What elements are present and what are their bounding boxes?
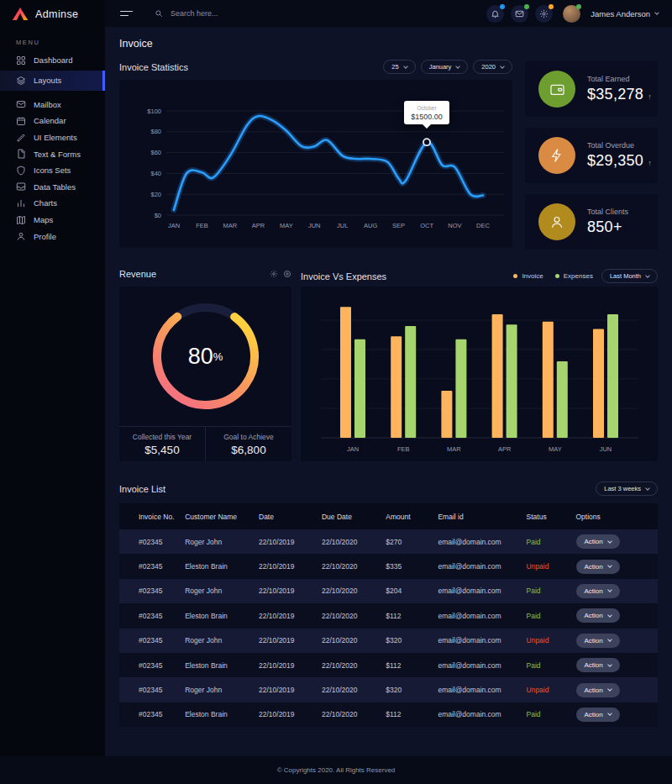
sidebar-item-mailbox[interactable]: Mailbox — [0, 97, 105, 113]
sidebar-item-label: Text & Forms — [34, 150, 81, 159]
card-value: $35,278 — [587, 86, 643, 103]
svg-text:$100: $100 — [147, 108, 161, 115]
action-button[interactable]: Action — [576, 683, 620, 697]
action-button[interactable]: Action — [576, 658, 620, 672]
card-label: Total Overdue — [587, 141, 652, 150]
period-filter-dropdown[interactable]: Last Month — [601, 269, 658, 283]
cell-email: email@domain.com — [438, 661, 526, 670]
action-button[interactable]: Action — [576, 634, 620, 648]
cell-date: 22/10/2019 — [259, 661, 322, 670]
target-icon[interactable] — [283, 270, 291, 278]
main-content: Invoice Invoice Statistics 25 January 20… — [105, 28, 672, 756]
sidebar-item-text-forms[interactable]: Text & Forms — [0, 145, 105, 162]
table-row: #02345Roger John22/10/201922/10/2020$320… — [119, 677, 658, 702]
status-badge: Paid — [527, 661, 541, 670]
cell-due-date: 22/10/2020 — [322, 661, 386, 670]
brand[interactable]: Adminse — [0, 0, 105, 28]
sidebar-item-dashboard[interactable]: Dashboard — [0, 52, 105, 69]
table-row: #02345Eleston Brain22/10/201922/10/2020$… — [119, 702, 658, 727]
bolt-icon — [538, 137, 575, 174]
cell-amount: $204 — [386, 587, 438, 595]
total-clients-card: Total Clients 850+ — [525, 194, 658, 250]
sidebar-item-profile[interactable]: Profile — [0, 228, 105, 245]
month-filter-dropdown[interactable]: January — [421, 60, 469, 74]
action-button[interactable]: Action — [576, 584, 620, 598]
svg-text:JUN: JUN — [600, 445, 612, 453]
chevron-down-icon — [403, 64, 408, 69]
sidebar-item-label: Icons Sets — [34, 166, 71, 175]
cell-customer-name: Roger John — [185, 587, 259, 595]
gear-icon[interactable] — [270, 270, 278, 278]
avatar[interactable] — [563, 5, 580, 23]
svg-text:JAN: JAN — [347, 445, 359, 453]
table-row: #02345Roger John22/10/201922/10/2020$204… — [119, 579, 658, 603]
cell-invoice-no: #02345 — [119, 612, 185, 620]
cell-due-date: 22/10/2020 — [322, 710, 386, 718]
inbox-icon — [16, 182, 26, 192]
status-badge: Paid — [527, 710, 541, 718]
page-title: Invoice — [119, 38, 153, 50]
table-row: #02345Eleston Brain22/10/201922/10/2020$… — [119, 653, 658, 677]
mail-icon[interactable] — [511, 5, 528, 23]
weeks-filter-dropdown[interactable]: Last 3 weeks — [596, 481, 658, 496]
chevron-down-icon — [607, 712, 612, 717]
action-button[interactable]: Action — [576, 608, 620, 623]
svg-text:MAR: MAR — [223, 222, 238, 229]
cell-due-date: 22/10/2020 — [322, 686, 386, 694]
sidebar-item-maps[interactable]: Maps — [0, 212, 105, 229]
gear-icon[interactable] — [535, 5, 553, 23]
cell-email: email@domain.com — [438, 636, 526, 645]
chevron-down-icon — [607, 563, 612, 568]
sidebar-item-label: Data Tables — [34, 182, 76, 192]
svg-text:MAY: MAY — [280, 222, 293, 229]
invoice-statistics-title: Invoice Statistics — [119, 62, 188, 72]
sidebar-item-calendar[interactable]: Calendar — [0, 113, 105, 129]
goal-stat: Goal to Achieve $6,800 — [206, 427, 291, 461]
year-filter-dropdown[interactable]: 2020 — [473, 60, 512, 74]
topbar: Adminse James Anderson — [0, 0, 672, 28]
action-button[interactable]: Action — [576, 560, 620, 574]
sidebar-item-icons-sets[interactable]: Icons Sets — [0, 162, 105, 179]
cell-date: 22/10/2019 — [259, 562, 322, 571]
cell-email: email@domain.com — [438, 562, 526, 571]
user-menu[interactable]: James Anderson — [591, 9, 659, 18]
cell-invoice-no: #02345 — [119, 710, 185, 718]
cell-amount: $320 — [386, 686, 438, 694]
chevron-down-icon — [607, 613, 612, 618]
action-button[interactable]: Action — [576, 534, 620, 549]
dashboard-grid-icon — [16, 55, 26, 66]
cell-email: email@domain.com — [438, 710, 526, 718]
cell-amount: $320 — [386, 636, 438, 645]
sidebar-item-charts[interactable]: Charts — [0, 195, 105, 212]
status-badge: Unpaid — [527, 636, 549, 645]
hamburger-menu-icon[interactable] — [120, 11, 133, 17]
svg-text:MAY: MAY — [549, 445, 562, 453]
user-icon — [538, 203, 575, 240]
invoice-vs-expenses-chart: JANFEBMARAPRMAYJUN — [301, 287, 658, 461]
svg-text:MAR: MAR — [447, 445, 461, 453]
cell-invoice-no: #02345 — [119, 661, 185, 670]
revenue-donut-chart: 80% — [139, 291, 273, 422]
cell-email: email@domain.com — [438, 612, 526, 620]
total-earned-card: Total Earned $35,278↑ — [525, 61, 658, 117]
bar-chart-icon — [16, 198, 26, 208]
cell-date: 22/10/2019 — [259, 612, 322, 620]
sidebar-item-layouts[interactable]: Layouts — [0, 71, 105, 91]
user-name: James Anderson — [591, 9, 650, 18]
tooltip-month: October — [406, 105, 448, 111]
sidebar-item-ui-elements[interactable]: UI Elements — [0, 129, 105, 146]
bell-icon[interactable] — [486, 5, 504, 23]
sidebar-item-label: UI Elements — [34, 133, 77, 142]
svg-text:AUG: AUG — [364, 222, 377, 229]
table-row: #02345Eleston Brain22/10/201922/10/2020$… — [119, 603, 658, 628]
svg-text:SEP: SEP — [392, 222, 405, 229]
sidebar-item-label: Maps — [34, 215, 53, 224]
search-input[interactable] — [171, 9, 297, 18]
cell-due-date: 22/10/2020 — [322, 612, 386, 620]
svg-text:FEB: FEB — [397, 445, 410, 453]
action-button[interactable]: Action — [576, 708, 620, 722]
rows-filter-dropdown[interactable]: 25 — [383, 60, 415, 74]
sidebar-item-data-tables[interactable]: Data Tables — [0, 179, 105, 196]
cell-email: email@domain.com — [438, 587, 526, 595]
sidebar-item-label: Dashboard — [34, 55, 72, 65]
